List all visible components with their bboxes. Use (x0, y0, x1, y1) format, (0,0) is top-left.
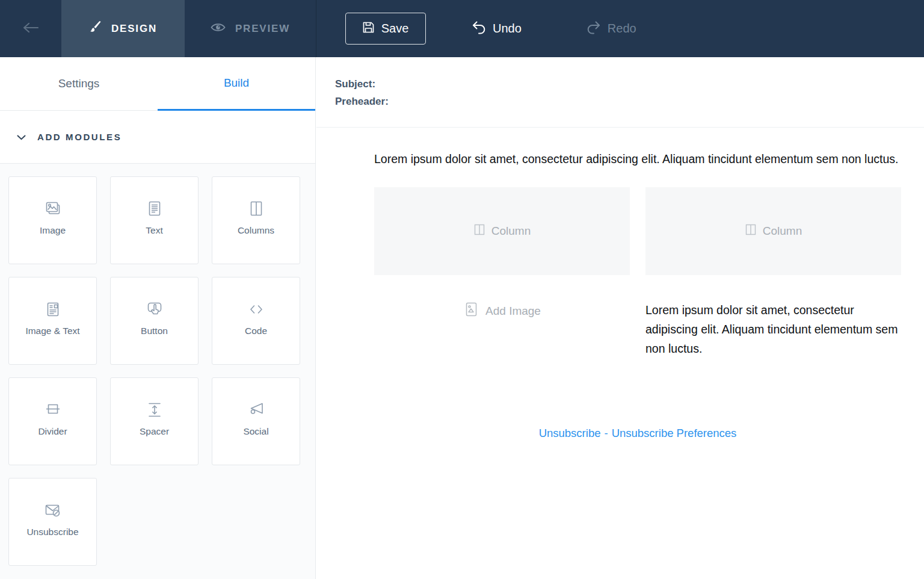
module-label: Text (146, 225, 162, 236)
redo-arrow-icon (587, 20, 601, 37)
design-tab-label: DESIGN (111, 23, 157, 35)
tab-settings[interactable]: Settings (0, 57, 158, 111)
sidebar-tabs: Settings Build (0, 57, 315, 111)
add-image-button[interactable]: Add Image (463, 300, 541, 321)
unsubscribe-footer: Unsubscribe-Unsubscribe Preferences (374, 427, 901, 440)
columns-icon (246, 197, 266, 221)
image-cell: Add Image (374, 300, 630, 358)
image-text-module: Add Image Lorem ipsum dolor sit amet, co… (374, 300, 901, 358)
module-label: Columns (238, 225, 274, 236)
module-card-columns[interactable]: Columns (212, 176, 300, 264)
undo-button-label: Undo (493, 22, 522, 36)
build-sidebar: Settings Build ADD MODULES Image Text (0, 57, 316, 579)
module-card-divider[interactable]: Divider (8, 377, 97, 465)
module-card-spacer[interactable]: Spacer (110, 377, 199, 465)
module-card-code[interactable]: Code (212, 277, 300, 365)
divider-icon (43, 398, 63, 422)
unsubscribe-link[interactable]: Unsubscribe (539, 427, 601, 439)
redo-button[interactable]: Redo (583, 20, 640, 38)
save-button-label: Save (381, 22, 409, 36)
module-label: Button (141, 326, 168, 336)
module-card-button[interactable]: Button (110, 277, 199, 365)
email-body: Lorem ipsum dolor sit amet, consectetur … (374, 150, 901, 440)
module-label: Image (40, 225, 66, 236)
top-navbar: DESIGN PREVIEW Save Undo Redo (0, 0, 924, 57)
paintbrush-icon (89, 21, 102, 37)
button-icon (144, 297, 165, 321)
image-text-icon (43, 297, 63, 321)
module-label: Image & Text (25, 326, 79, 336)
columns-module: Column Column (374, 187, 901, 275)
preview-tab-label: PREVIEW (235, 23, 290, 35)
undo-arrow-icon (472, 20, 486, 37)
column-placeholder-left[interactable]: Column (374, 187, 630, 275)
subject-label: Subject: (335, 75, 924, 93)
column-placeholder-label: Column (763, 224, 802, 238)
module-label: Social (243, 426, 268, 437)
code-icon (246, 297, 266, 321)
image-icon (43, 197, 63, 221)
email-meta[interactable]: Subject: Preheader: (316, 57, 924, 128)
megaphone-icon (246, 398, 266, 422)
undo-button[interactable]: Undo (468, 20, 525, 38)
spacer-icon (144, 398, 165, 422)
unsubscribe-preferences-link[interactable]: Unsubscribe Preferences (612, 427, 737, 439)
side-text-block[interactable]: Lorem ipsum dolor sit amet, consectetur … (645, 300, 901, 358)
add-image-label: Add Image (485, 305, 541, 318)
column-placeholder-label: Column (491, 224, 531, 238)
chevron-down-icon (17, 132, 26, 143)
module-card-text[interactable]: Text (110, 176, 199, 264)
add-modules-header[interactable]: ADD MODULES (0, 111, 315, 164)
tab-design[interactable]: DESIGN (61, 0, 185, 57)
save-button[interactable]: Save (345, 13, 426, 45)
tab-build[interactable]: Build (158, 57, 315, 111)
add-modules-label: ADD MODULES (37, 132, 122, 142)
module-label: Divider (38, 426, 67, 437)
build-tab-label: Build (224, 76, 249, 90)
module-card-image-text[interactable]: Image & Text (8, 277, 97, 365)
settings-tab-label: Settings (58, 77, 100, 90)
eye-icon (211, 22, 226, 36)
arrow-left-icon (22, 22, 39, 36)
unsubscribe-envelope-icon (43, 498, 63, 522)
module-card-unsubscribe[interactable]: Unsubscribe (8, 478, 97, 566)
text-icon (144, 197, 165, 221)
navbar-actions: Save Undo Redo (316, 0, 924, 57)
intro-text-module[interactable]: Lorem ipsum dolor sit amet, consectetur … (374, 150, 901, 169)
module-label: Code (245, 326, 267, 336)
tab-preview[interactable]: PREVIEW (185, 0, 316, 57)
modules-grid: Image Text Columns Image & Text Button (0, 164, 315, 579)
link-separator: - (604, 427, 608, 439)
column-placeholder-right[interactable]: Column (645, 187, 901, 275)
column-icon (473, 223, 486, 239)
image-file-icon (463, 302, 479, 321)
module-card-image[interactable]: Image (8, 176, 97, 264)
preheader-label: Preheader: (335, 93, 924, 110)
module-label: Unsubscribe (26, 527, 78, 537)
module-card-social[interactable]: Social (212, 377, 300, 465)
module-label: Spacer (140, 426, 169, 437)
column-icon (745, 223, 757, 239)
redo-button-label: Redo (608, 22, 636, 36)
back-button[interactable] (0, 0, 61, 57)
email-canvas: Subject: Preheader: Lorem ipsum dolor si… (316, 57, 924, 579)
floppy-disk-icon (363, 22, 374, 36)
